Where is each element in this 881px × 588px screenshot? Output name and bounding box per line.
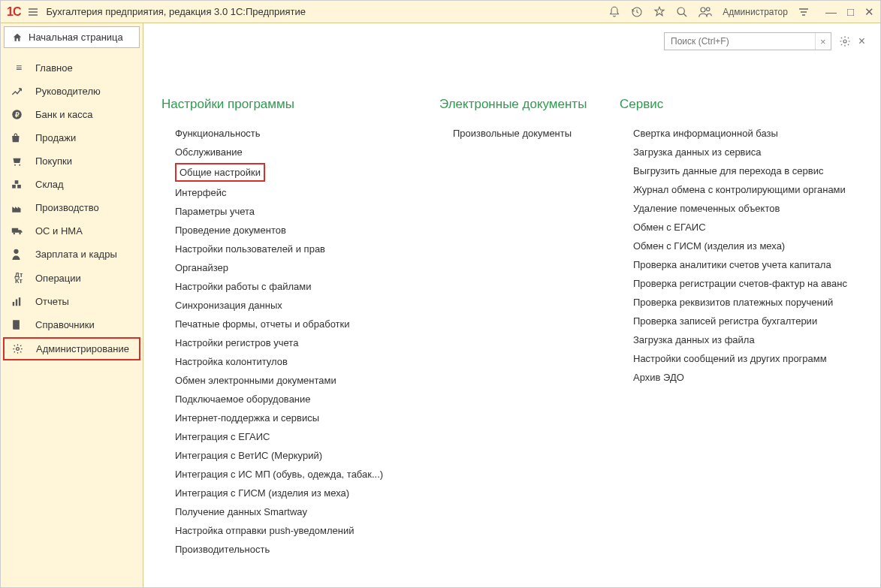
section-title-settings: Настройки программы (161, 97, 409, 112)
sidebar-item-spravochniki[interactable]: Справочники (1, 313, 143, 336)
sidebar-item-label: Банк и касса (35, 109, 93, 120)
link-item[interactable]: Интеграция с ИС МП (обувь, одежда, табак… (175, 465, 409, 484)
link-item[interactable]: Печатные формы, отчеты и обработки (175, 315, 409, 333)
home-tab[interactable]: Начальная страница (4, 26, 140, 48)
svg-rect-11 (19, 297, 20, 306)
svg-rect-6 (12, 185, 16, 188)
link-item[interactable]: Интернет-поддержка и сервисы (175, 409, 409, 427)
link-item[interactable]: Настройка колонтитулов (175, 352, 409, 371)
filter-icon[interactable] (798, 7, 809, 17)
sidebar-item-glavnoe[interactable]: ≡ Главное (1, 56, 143, 80)
link-item[interactable]: Синхронизация данных (175, 296, 409, 315)
columns: Настройки программы Функциональность Обс… (161, 97, 862, 559)
search-input[interactable] (665, 35, 815, 48)
section-title-service: Сервис (620, 97, 860, 112)
link-item[interactable]: Органайзер (175, 258, 409, 277)
link-item[interactable]: Функциональность (175, 124, 409, 143)
link-item[interactable]: Журнал обмена с контролирующими органами (633, 180, 860, 199)
link-item[interactable]: Загрузка данных из сервиса (633, 143, 860, 161)
sidebar: Начальная страница ≡ Главное Руководител… (1, 23, 143, 587)
settings-icon[interactable] (839, 35, 851, 47)
person-icon (11, 249, 26, 260)
clear-icon[interactable]: × (815, 33, 831, 50)
debit-credit-icon: ДтКт (11, 272, 26, 284)
sidebar-item-label: Зарплата и кадры (35, 249, 117, 260)
link-item[interactable]: Свертка информационной базы (633, 124, 860, 143)
link-item[interactable]: Архив ЭДО (633, 368, 860, 387)
sidebar-item-rukovoditelyu[interactable]: Руководителю (1, 80, 143, 103)
docs-links: Произвольные документы (439, 124, 590, 143)
column-docs: Электронные документы Произвольные докум… (439, 97, 590, 559)
star-icon[interactable] (653, 6, 665, 18)
link-item[interactable]: Настройки пользователей и прав (175, 240, 409, 258)
bell-icon[interactable] (608, 6, 620, 18)
link-item[interactable]: Загрузка данных из файла (633, 330, 860, 349)
sidebar-item-os-nma[interactable]: ОС и НМА (1, 219, 143, 243)
link-item[interactable]: Обслуживание (175, 143, 409, 161)
close-panel-icon[interactable]: × (858, 35, 865, 48)
factory-icon (11, 203, 26, 213)
link-item[interactable]: Проверка регистрации счетов-фактур на ав… (633, 274, 860, 293)
user-icon[interactable] (698, 6, 712, 18)
link-item[interactable]: Обмен электронными документами (175, 371, 409, 390)
sidebar-item-sklad[interactable]: Склад (1, 173, 143, 196)
sidebar-item-administrirovanie[interactable]: Администрирование (3, 337, 140, 360)
chart-icon (11, 297, 26, 307)
sidebar-item-label: Отчеты (35, 296, 69, 307)
home-icon (12, 32, 23, 43)
maximize-icon[interactable]: □ (847, 5, 854, 19)
svg-point-0 (677, 8, 684, 14)
link-item[interactable]: Проверка реквизитов платежных поручений (633, 293, 860, 312)
logo-1c: 1С (7, 5, 20, 19)
sidebar-item-prodazhi[interactable]: Продажи (1, 126, 143, 149)
link-item[interactable]: Выгрузить данные для перехода в сервис (633, 161, 860, 180)
link-item[interactable]: Проведение документов (175, 221, 409, 240)
svg-point-1 (701, 8, 705, 12)
title-bar: 1С Бухгалтерия предприятия, редакция 3.0… (1, 1, 880, 23)
sidebar-item-label: Операции (35, 273, 81, 284)
history-icon[interactable] (631, 6, 643, 18)
link-item[interactable]: Удаление помеченных объектов (633, 199, 860, 218)
user-label[interactable]: Администратор (723, 7, 788, 17)
link-item[interactable]: Обмен с ГИСМ (изделия из меха) (633, 237, 860, 255)
link-item[interactable]: Получение данных Smartway (175, 502, 409, 521)
link-item[interactable]: Настройка отправки push-уведомлений (175, 521, 409, 540)
link-item-obschie-nastroiki[interactable]: Общие настройки (175, 163, 265, 182)
minimize-icon[interactable]: — (825, 5, 837, 19)
sidebar-item-proizvodstvo[interactable]: Производство (1, 196, 143, 219)
link-item[interactable]: Настройки сообщений из других программ (633, 349, 860, 368)
sidebar-item-pokupki[interactable]: Покупки (1, 149, 143, 173)
sidebar-item-otchety[interactable]: Отчеты (1, 290, 143, 313)
link-item[interactable]: Подключаемое оборудование (175, 390, 409, 409)
link-item[interactable]: Настройки регистров учета (175, 333, 409, 352)
search-box: × (664, 32, 831, 50)
panel-toolbar: × × (664, 32, 865, 50)
svg-point-2 (707, 8, 711, 11)
link-item[interactable]: Параметры учета (175, 202, 409, 221)
hamburger-icon[interactable] (28, 7, 38, 17)
sidebar-item-zarplata[interactable]: Зарплата и кадры (1, 243, 143, 266)
link-item[interactable]: Проверка аналитики счетов учета капитала (633, 255, 860, 274)
sidebar-item-label: Главное (35, 62, 73, 74)
ruble-icon: ₽ (11, 109, 26, 120)
link-item[interactable]: Настройки работы с файлами (175, 277, 409, 296)
link-item[interactable]: Проверка записей регистра бухгалтерии (633, 312, 860, 330)
titlebar-actions: Администратор (608, 6, 809, 18)
link-item[interactable]: Интерфейс (175, 183, 409, 202)
content-panel: × × Настройки программы Функциональность… (143, 23, 880, 587)
svg-point-12 (17, 348, 20, 351)
sidebar-item-operacii[interactable]: ДтКт Операции (1, 266, 143, 290)
link-item[interactable]: Интеграция с ГИСМ (изделия из меха) (175, 484, 409, 502)
search-icon[interactable] (676, 6, 688, 18)
link-item[interactable]: Интеграция с ВетИС (Меркурий) (175, 446, 409, 465)
link-item[interactable]: Обмен с ЕГАИС (633, 218, 860, 237)
link-item[interactable]: Произвольные документы (453, 124, 590, 143)
cart-icon (11, 156, 26, 167)
svg-rect-9 (13, 302, 14, 306)
link-item[interactable]: Интеграция с ЕГАИС (175, 427, 409, 446)
trend-icon (11, 86, 26, 97)
link-item[interactable]: Производительность (175, 540, 409, 559)
sidebar-item-bank[interactable]: ₽ Банк и касса (1, 103, 143, 126)
close-icon[interactable]: ✕ (864, 5, 874, 19)
sidebar-item-label: Продажи (35, 132, 76, 143)
